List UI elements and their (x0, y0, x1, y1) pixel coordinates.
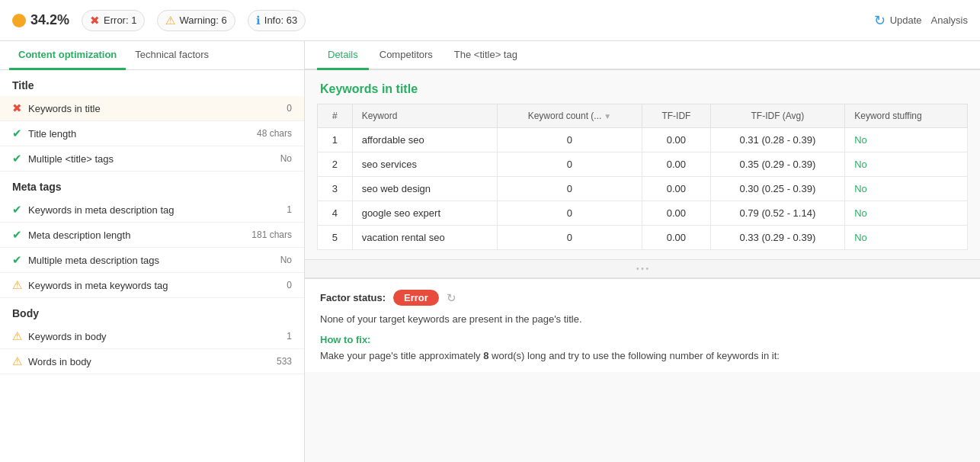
table-row[interactable]: 2 seo services 0 0.00 0.35 (0.29 - 0.39)… (318, 152, 968, 177)
table-row[interactable]: 3 seo web design 0 0.00 0.30 (0.25 - 0.3… (318, 177, 968, 201)
info-label: Info: 63 (264, 14, 297, 26)
error-label: Error: 1 (104, 14, 136, 26)
sidebar-item-multiple-meta-desc[interactable]: ✔ Multiple meta description tags No (0, 248, 304, 273)
sidebar-item-keywords-in-body[interactable]: ⚠ Keywords in body 1 (0, 324, 304, 349)
fix-desc-prefix: Make your page's title approximately (320, 350, 483, 361)
table-row[interactable]: 1 affordable seo 0 0.00 0.31 (0.28 - 0.3… (318, 128, 968, 152)
sidebar-tabs: Content optimization Technical factors (0, 41, 304, 70)
cell-stuffing: No (845, 201, 968, 226)
sidebar-item-title-length[interactable]: ✔ Title length 48 chars (0, 121, 304, 146)
sidebar-item-multiple-title-tags[interactable]: ✔ Multiple <title> tags No (0, 146, 304, 172)
item-label-multiple-title-tags: Multiple <title> tags (28, 153, 280, 165)
info-status[interactable]: ℹ Info: 63 (248, 10, 306, 31)
update-analysis-button[interactable]: ↻ Update Analysis (874, 12, 968, 29)
kw-section-title: Keywords in title (305, 70, 980, 104)
refresh-factor-icon[interactable]: ↻ (447, 291, 456, 305)
warning-icon: ⚠ (165, 14, 175, 27)
factor-status-label: Factor status: (320, 292, 386, 303)
error-status[interactable]: ✖ Error: 1 (82, 10, 145, 31)
section-title-title: Title (0, 70, 304, 96)
item-label-words-in-body: Words in body (28, 356, 277, 367)
score-value: 34.2% (30, 12, 69, 28)
section-title-meta-tags: Meta tags (0, 172, 304, 197)
item-value-words-in-body: 533 (277, 356, 292, 367)
cell-tfidf: 0.00 (642, 201, 710, 226)
sidebar-item-meta-desc-length[interactable]: ✔ Meta description length 181 chars (0, 223, 304, 248)
sidebar-item-keywords-meta-desc[interactable]: ✔ Keywords in meta description tag 1 (0, 197, 304, 223)
content-area: Details Competitors The <title> tag Keyw… (305, 41, 980, 462)
warning-status[interactable]: ⚠ Warning: 6 (157, 10, 235, 31)
score-badge: 34.2% (12, 12, 69, 28)
warning-icon: ⚠ (12, 355, 22, 368)
info-icon: ℹ (256, 14, 261, 27)
item-value-meta-desc-length: 181 chars (251, 229, 292, 240)
tab-technical-factors[interactable]: Technical factors (126, 41, 218, 70)
cell-count: 0 (497, 128, 642, 152)
item-label-keywords-in-title: Keywords in title (28, 103, 287, 114)
cell-tfidf-avg: 0.35 (0.29 - 0.39) (710, 152, 845, 177)
table-row[interactable]: 5 vacation rental seo 0 0.00 0.33 (0.29 … (318, 226, 968, 250)
col-header-tfidf-avg: TF-IDF (Avg) (710, 104, 845, 128)
score-circle-icon (12, 14, 26, 27)
tab-details[interactable]: Details (317, 41, 369, 70)
fix-description: Make your page's title approximately 8 w… (320, 350, 965, 361)
sidebar-item-keywords-in-title[interactable]: ✖ Keywords in title 0 (0, 96, 304, 121)
item-label-keywords-meta-kw: Keywords in meta keywords tag (28, 280, 287, 291)
cell-tfidf: 0.00 (642, 226, 710, 250)
refresh-icon: ↻ (874, 12, 886, 29)
factor-description: None of your target keywords are present… (320, 313, 965, 325)
cell-tfidf: 0.00 (642, 128, 710, 152)
cell-keyword: affordable seo (352, 128, 497, 152)
cell-keyword: seo services (352, 152, 497, 177)
warning-icon: ⚠ (12, 329, 22, 343)
cell-num: 1 (318, 128, 353, 152)
cell-tfidf: 0.00 (642, 152, 710, 177)
item-label-meta-desc-length: Meta description length (28, 229, 251, 241)
tab-title-tag[interactable]: The <title> tag (444, 41, 528, 70)
sidebar-item-keywords-meta-kw[interactable]: ⚠ Keywords in meta keywords tag 0 (0, 273, 304, 298)
col-header-stuffing: Keyword stuffing (845, 104, 968, 128)
item-value-multiple-meta-desc: No (280, 255, 292, 265)
item-label-title-length: Title length (28, 128, 257, 140)
keywords-table-wrap: # Keyword Keyword count (...▼ TF-IDF TF-… (305, 104, 980, 259)
factor-area: Factor status: Error ↻ None of your targ… (305, 278, 980, 372)
cell-stuffing: No (845, 226, 968, 250)
error-icon: ✖ (12, 101, 22, 115)
col-header-keyword: Keyword (352, 104, 497, 128)
col-header-num: # (318, 104, 353, 128)
success-icon: ✔ (12, 152, 22, 165)
item-value-keywords-meta-kw: 0 (287, 280, 292, 290)
factor-status-badge: Error (393, 290, 439, 306)
cell-count: 0 (497, 201, 642, 226)
resize-handle[interactable]: • • • (305, 259, 980, 278)
cell-tfidf-avg: 0.33 (0.29 - 0.39) (710, 226, 845, 250)
warning-label: Warning: 6 (179, 14, 226, 26)
cell-stuffing: No (845, 177, 968, 201)
cell-tfidf-avg: 0.30 (0.25 - 0.39) (710, 177, 845, 201)
sidebar: Content optimization Technical factors T… (0, 41, 305, 462)
sidebar-item-words-in-body[interactable]: ⚠ Words in body 533 (0, 349, 304, 374)
cell-num: 5 (318, 226, 353, 250)
table-row[interactable]: 4 google seo expert 0 0.00 0.79 (0.52 - … (318, 201, 968, 226)
cell-num: 3 (318, 177, 353, 201)
col-header-count[interactable]: Keyword count (...▼ (497, 104, 642, 128)
cell-keyword: seo web design (352, 177, 497, 201)
item-value-title-length: 48 chars (257, 128, 292, 139)
success-icon: ✔ (12, 228, 22, 242)
cell-count: 0 (497, 226, 642, 250)
analysis-label: Analysis (931, 14, 968, 26)
cell-num: 2 (318, 152, 353, 177)
cell-stuffing: No (845, 152, 968, 177)
cell-stuffing: No (845, 128, 968, 152)
tab-content-optimization[interactable]: Content optimization (9, 41, 126, 70)
warning-icon: ⚠ (12, 278, 22, 292)
item-value-multiple-title-tags: No (280, 153, 292, 164)
cell-count: 0 (497, 177, 642, 201)
cell-count: 0 (497, 152, 642, 177)
cell-keyword: vacation rental seo (352, 226, 497, 250)
fix-desc-suffix: word(s) long and try to use the followin… (488, 350, 780, 361)
section-title-body: Body (0, 298, 304, 324)
content-tabs: Details Competitors The <title> tag (305, 41, 980, 70)
tab-competitors[interactable]: Competitors (369, 41, 444, 70)
col-header-tfidf: TF-IDF (642, 104, 710, 128)
